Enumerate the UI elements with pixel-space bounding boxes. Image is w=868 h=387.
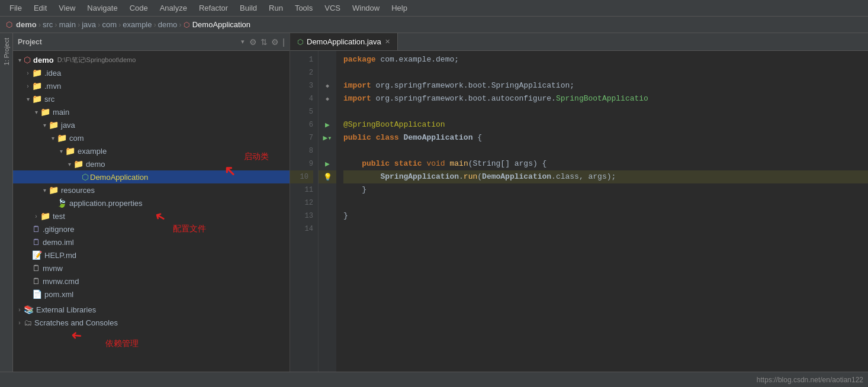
xml-icon: 📄 [32, 289, 42, 299]
tree-item-help-md[interactable]: 📝 HELP.md [13, 249, 290, 262]
tree-label-gitignore: .gitignore [43, 225, 74, 234]
folder-icon-test: 📁 [40, 211, 50, 221]
tree-container: ▾ ⬡ demo D:\F\笔记\Springboot\demo › 📁 .id… [13, 51, 290, 372]
line-num-9: 9 [290, 157, 313, 170]
statusbar: https://blog.csdn.net/en/aotian122 [0, 372, 868, 387]
gutter-13 [319, 209, 336, 222]
menu-vcs[interactable]: VCS [320, 2, 345, 14]
tree-item-mvnw[interactable]: 🗒 mvnw [13, 262, 290, 275]
menu-tools[interactable]: Tools [290, 2, 317, 14]
code-line-9: public static void main(String[] args) { [343, 157, 868, 170]
code-line-12 [343, 196, 868, 209]
tree-item-java[interactable]: ▾ 📁 java [13, 118, 290, 131]
run-icon-6[interactable]: ▶ [325, 120, 330, 130]
file-tree: ▾ ⬡ demo D:\F\笔记\Springboot\demo › 📁 .id… [13, 51, 290, 331]
tree-item-scratches[interactable]: › 🗂 Scratches and Consoles [13, 316, 290, 329]
menu-edit[interactable]: Edit [29, 2, 52, 14]
editor-tabs: ⬡ DemoApplication.java ✕ [290, 33, 868, 51]
breadcrumb-java[interactable]: java [82, 20, 96, 29]
folder-icon-demo-pkg: 📁 [73, 159, 83, 169]
code-content[interactable]: package com.example.demo; import org.spr… [336, 51, 868, 372]
tree-label-main: main [53, 108, 69, 117]
menu-view[interactable]: View [54, 2, 80, 14]
tab-label: DemoApplication.java [307, 37, 381, 46]
code-line-7: public class DemoApplication { [343, 131, 868, 144]
breadcrumb-demo-pkg[interactable]: demo [158, 20, 178, 29]
code-line-1: package com.example.demo; [343, 53, 868, 66]
tree-label-external-libs: External Libraries [36, 305, 96, 314]
tree-item-mvn[interactable]: › 📁 .mvn [13, 79, 290, 92]
menu-help[interactable]: Help [387, 2, 412, 14]
iml-icon: 🗒 [32, 237, 40, 247]
tree-item-idea[interactable]: › 📁 .idea [13, 66, 290, 79]
tree-item-test[interactable]: › 📁 test [13, 209, 290, 222]
file-icon-mvnw: 🗒 [32, 263, 40, 273]
tree-item-src[interactable]: ▾ 📁 src [13, 92, 290, 105]
lightbulb-icon-10[interactable]: 💡 [323, 173, 332, 182]
folder-icon-example: 📁 [65, 146, 75, 156]
code-line-13: } [343, 209, 868, 222]
gear2-icon[interactable]: ⚙ [271, 37, 279, 47]
tree-item-demo-iml[interactable]: 🗒 demo.iml [13, 236, 290, 249]
expand-arrow-mvn: › [24, 83, 32, 89]
breadcrumb-example[interactable]: example [123, 20, 152, 29]
tree-label-scratches: Scratches and Consoles [34, 318, 118, 327]
menu-build[interactable]: Build [235, 2, 262, 14]
tree-item-external-libs[interactable]: › 📚 External Libraries [13, 303, 290, 316]
line-numbers: 1 2 3 4 5 6 7 8 9 10 11 12 13 14 [290, 51, 319, 372]
label-dep: 依赖管理 [105, 338, 139, 349]
tree-item-pom-xml[interactable]: 📄 pom.xml [13, 288, 290, 301]
tree-item-main[interactable]: ▾ 📁 main [13, 105, 290, 118]
tree-item-resources[interactable]: ▾ 📁 resources [13, 183, 290, 196]
menu-navigate[interactable]: Navigate [82, 2, 122, 14]
tree-label-pom-xml: pom.xml [44, 290, 73, 299]
breadcrumb-src[interactable]: src [43, 20, 53, 29]
tree-item-mvnw-cmd[interactable]: 🗒 mvnw.cmd [13, 275, 290, 288]
sort-icon[interactable]: ⇅ [261, 37, 268, 47]
run-icon-7[interactable]: ▶ [323, 133, 327, 143]
project-icon: ⬡ [24, 55, 31, 64]
breadcrumb-demoapplication[interactable]: ⬡ DemoApplication [184, 20, 250, 29]
settings-icon[interactable]: ⚙ [249, 37, 257, 47]
tree-item-com[interactable]: ▾ 📁 com [13, 131, 290, 144]
expand-arrow: ▾ [15, 57, 24, 63]
panel-icons: ⚙ ⇅ ⚙ | [249, 37, 285, 47]
breadcrumb-main[interactable]: main [59, 20, 76, 29]
line-num-6: 6 [290, 118, 313, 131]
breadcrumb-com[interactable]: com [102, 20, 117, 29]
panel-title: Project [18, 38, 236, 46]
tree-label-demoapplication: DemoApplication [90, 173, 148, 182]
tree-label-mvnw: mvnw [43, 264, 63, 273]
line-num-14: 14 [290, 222, 313, 236]
bookmark-3: ◆ [326, 82, 329, 89]
gutter-10: 💡 [319, 170, 336, 183]
tree-item-demoapplication[interactable]: ⬡ DemoApplication [13, 170, 290, 183]
line-num-13: 13 [290, 209, 313, 222]
menu-file[interactable]: File [5, 2, 27, 14]
menubar: File Edit View Navigate Code Analyze Ref… [0, 0, 868, 17]
menu-code[interactable]: Code [125, 2, 153, 14]
tree-item-example[interactable]: ▾ 📁 example [13, 144, 290, 157]
tree-label-resources: resources [61, 186, 95, 195]
code-line-14 [343, 222, 868, 236]
tree-item-demo-pkg[interactable]: ▾ 📁 demo [13, 157, 290, 170]
tab-demoapplication[interactable]: ⬡ DemoApplication.java ✕ [290, 33, 398, 50]
tree-item-app-props[interactable]: 🍃 application.properties [13, 196, 290, 209]
tree-item-gitignore[interactable]: 🗒 .gitignore [13, 222, 290, 236]
expand-arrow-example: ▾ [57, 148, 65, 154]
breadcrumb-demo[interactable]: demo [16, 20, 37, 29]
tab-close-button[interactable]: ✕ [385, 38, 390, 46]
expand-arrow-demo-pkg: ▾ [65, 161, 73, 167]
menu-refactor[interactable]: Refactor [194, 2, 233, 14]
line-num-4: 4 [290, 92, 313, 105]
code-line-3: import org.springframework.boot.SpringAp… [343, 79, 868, 92]
gutter-9: ▶ [319, 157, 336, 170]
file-icon-mvnw-cmd: 🗒 [32, 276, 40, 286]
gutter-4: ◆ [319, 92, 336, 105]
menu-window[interactable]: Window [348, 2, 384, 14]
tree-item-demo-root[interactable]: ▾ ⬡ demo D:\F\笔记\Springboot\demo [13, 53, 290, 66]
menu-run[interactable]: Run [264, 2, 288, 14]
run-icon-9[interactable]: ▶ [325, 159, 330, 169]
menu-analyze[interactable]: Analyze [155, 2, 192, 14]
collapse-icon[interactable]: | [282, 37, 285, 47]
